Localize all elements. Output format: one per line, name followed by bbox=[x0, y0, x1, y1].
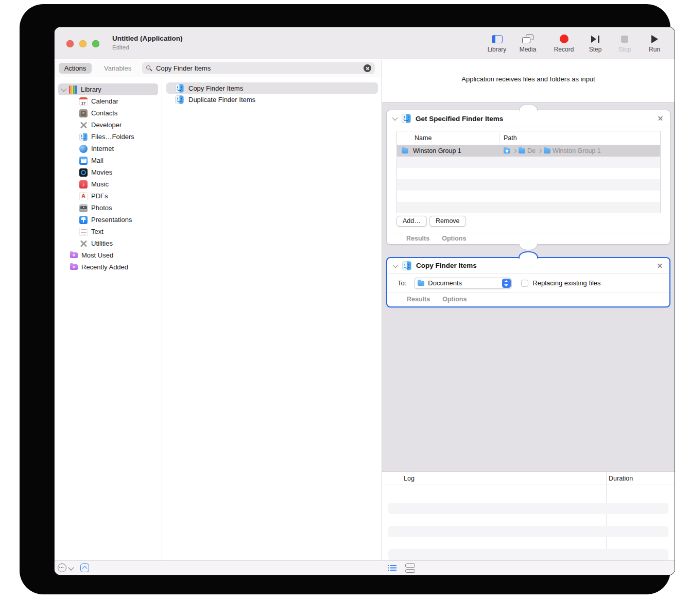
action-list-item-duplicate-finder-items[interactable]: Duplicate Finder Items bbox=[166, 94, 378, 105]
sidebar-item-label: Library bbox=[81, 85, 101, 93]
library-sidebar: Library Calendar Contacts Developer File… bbox=[55, 77, 162, 560]
column-header-name[interactable]: Name bbox=[415, 134, 432, 142]
sidebar-item-most-used[interactable]: Most Used bbox=[58, 249, 158, 261]
sidebar-item-text[interactable]: Text bbox=[58, 226, 158, 237]
close-window-button[interactable] bbox=[66, 40, 74, 47]
collapse-panel-icon[interactable] bbox=[80, 563, 89, 572]
remove-button[interactable]: Remove bbox=[429, 216, 466, 227]
search-icon bbox=[146, 65, 153, 72]
destination-value: Documents bbox=[428, 279, 498, 287]
toolbar-library-button[interactable]: Library bbox=[480, 34, 513, 53]
toolbar-media-button[interactable]: Media bbox=[511, 34, 544, 53]
toolbar-library-label: Library bbox=[480, 46, 513, 53]
toolbar-step-button[interactable]: Step bbox=[579, 34, 612, 53]
results-toggle[interactable]: Results bbox=[407, 296, 430, 303]
action-label: Duplicate Finder Items bbox=[188, 96, 255, 104]
close-icon[interactable] bbox=[657, 262, 663, 269]
tab-actions[interactable]: Actions bbox=[59, 63, 92, 74]
options-toggle[interactable]: Options bbox=[442, 235, 466, 242]
table-row-empty bbox=[397, 168, 660, 179]
contacts-icon bbox=[79, 109, 88, 117]
sidebar-item-label: Recently Added bbox=[81, 263, 128, 271]
close-icon[interactable] bbox=[657, 115, 664, 122]
sidebar-item-library[interactable]: Library bbox=[58, 83, 158, 95]
sidebar-item-movies[interactable]: Movies bbox=[58, 166, 158, 178]
sidebar-item-label: PDFs bbox=[91, 192, 108, 200]
finder-items-table[interactable]: Name Path Winston Group 1 De bbox=[396, 131, 661, 213]
collapse-chevron-icon[interactable] bbox=[392, 262, 398, 267]
chevron-down-icon[interactable] bbox=[68, 564, 74, 570]
sidebar-item-contacts[interactable]: Contacts bbox=[58, 107, 158, 119]
column-divider bbox=[499, 133, 499, 143]
collapse-chevron-icon[interactable] bbox=[392, 115, 398, 121]
sidebar-item-label: Files…Folders bbox=[91, 133, 134, 141]
smart-folder-icon bbox=[70, 264, 78, 270]
add-button[interactable]: Add… bbox=[396, 216, 427, 227]
duration-column-header[interactable]: Duration bbox=[609, 475, 633, 482]
sidebar-item-presentations[interactable]: Presentations bbox=[58, 214, 158, 226]
search-input[interactable] bbox=[156, 64, 360, 72]
toolbar-step-label: Step bbox=[579, 46, 612, 53]
toolbar-record-button[interactable]: Record bbox=[547, 34, 580, 53]
action-block-copy-finder-items[interactable]: Copy Finder Items To: Documents Replacin… bbox=[386, 257, 670, 307]
sidebar-item-photos[interactable]: Photos bbox=[58, 202, 158, 214]
tab-variables[interactable]: Variables bbox=[104, 63, 131, 74]
sidebar-item-internet[interactable]: Internet bbox=[58, 143, 158, 155]
folder-icon bbox=[402, 148, 408, 153]
sidebar-item-utilities[interactable]: Utilities bbox=[58, 237, 158, 249]
window-title: Untitled (Application) bbox=[112, 35, 182, 42]
clear-search-icon[interactable] bbox=[364, 64, 371, 72]
sidebar-item-developer[interactable]: Developer bbox=[58, 119, 158, 131]
title-bar: Untitled (Application) Edited Library Me… bbox=[55, 27, 675, 59]
sidebar-item-mail[interactable]: Mail bbox=[58, 155, 158, 166]
pdf-icon bbox=[79, 192, 88, 200]
action-results-list: Copy Finder Items Duplicate Finder Items bbox=[163, 77, 382, 560]
log-column-divider[interactable] bbox=[606, 472, 607, 560]
results-toggle[interactable]: Results bbox=[406, 235, 429, 242]
search-field[interactable] bbox=[142, 62, 375, 74]
automator-window: Untitled (Application) Edited Library Me… bbox=[55, 27, 675, 575]
sidebar-item-files-folders[interactable]: Files…Folders bbox=[58, 131, 158, 143]
destination-dropdown[interactable]: Documents bbox=[414, 278, 512, 289]
table-row-empty bbox=[397, 191, 660, 202]
log-pane-view-icon[interactable] bbox=[405, 563, 415, 573]
sidebar-item-recently-added[interactable]: Recently Added bbox=[58, 261, 158, 273]
folder-icon bbox=[519, 148, 525, 153]
action-block-title: Get Specified Finder Items bbox=[416, 115, 503, 123]
column-header-path[interactable]: Path bbox=[504, 134, 517, 142]
table-header: Name Path bbox=[397, 131, 660, 145]
zoom-window-button[interactable] bbox=[92, 40, 99, 47]
sidebar-item-label: Utilities bbox=[91, 239, 113, 247]
toolbar-run-button[interactable]: Run bbox=[638, 34, 671, 53]
movies-icon bbox=[79, 168, 88, 177]
media-icon bbox=[522, 35, 533, 43]
log-list-view-icon[interactable] bbox=[388, 565, 396, 572]
internet-globe-icon bbox=[79, 145, 88, 153]
workflow-panel: Application receives files and folders a… bbox=[382, 60, 675, 560]
sidebar-item-pdfs[interactable]: PDFs bbox=[58, 190, 158, 202]
home-folder-icon bbox=[504, 148, 510, 153]
log-column-header[interactable]: Log bbox=[404, 475, 415, 482]
folder-icon bbox=[418, 281, 424, 286]
action-list-item-copy-finder-items[interactable]: Copy Finder Items bbox=[166, 82, 378, 94]
sidebar-item-music[interactable]: Music bbox=[58, 178, 158, 190]
action-block-header[interactable]: Copy Finder Items bbox=[387, 258, 669, 273]
table-row[interactable]: Winston Group 1 De Winston Group 1 bbox=[397, 145, 660, 157]
action-list: Copy Finder Items Duplicate Finder Items bbox=[163, 77, 382, 105]
library-books-icon bbox=[69, 85, 77, 94]
table-row-empty bbox=[397, 179, 660, 191]
workflow-input-caption: Application receives files and folders a… bbox=[382, 75, 675, 83]
finder-icon bbox=[402, 261, 411, 270]
log-empty-row bbox=[388, 526, 668, 537]
finder-icon bbox=[175, 95, 184, 104]
sidebar-item-calendar[interactable]: Calendar bbox=[58, 95, 158, 107]
block-footer: Results Options bbox=[406, 232, 466, 245]
action-block-header[interactable]: Get Specified Finder Items bbox=[387, 110, 670, 127]
replacing-existing-files-checkbox[interactable] bbox=[521, 280, 528, 287]
more-options-icon[interactable] bbox=[58, 563, 66, 572]
disclosure-chevron-icon[interactable] bbox=[61, 85, 66, 91]
minimize-window-button[interactable] bbox=[79, 40, 87, 47]
action-block-get-specified-finder-items[interactable]: Get Specified Finder Items Name Path Win… bbox=[386, 110, 670, 245]
options-toggle[interactable]: Options bbox=[442, 296, 467, 303]
table-row-empty bbox=[397, 157, 660, 168]
